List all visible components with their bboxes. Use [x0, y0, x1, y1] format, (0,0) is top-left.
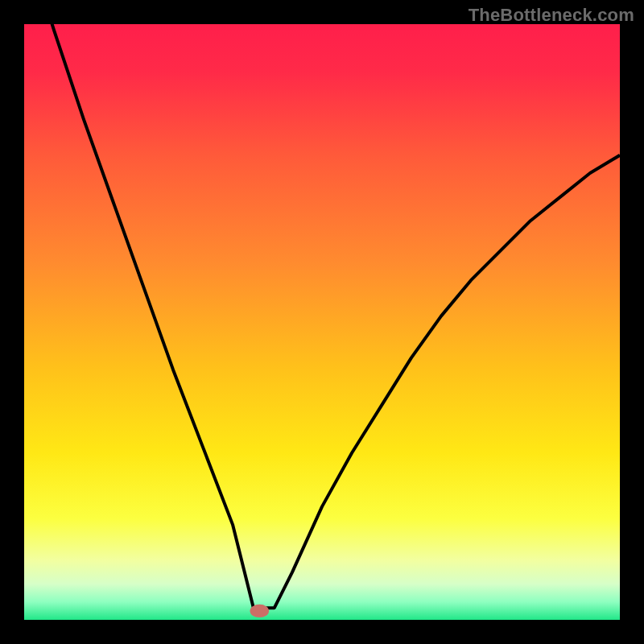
- optimal-point-marker: [250, 605, 269, 617]
- bottleneck-chart: [24, 24, 620, 620]
- plot-background: [24, 24, 620, 620]
- watermark-text: TheBottleneck.com: [469, 5, 634, 26]
